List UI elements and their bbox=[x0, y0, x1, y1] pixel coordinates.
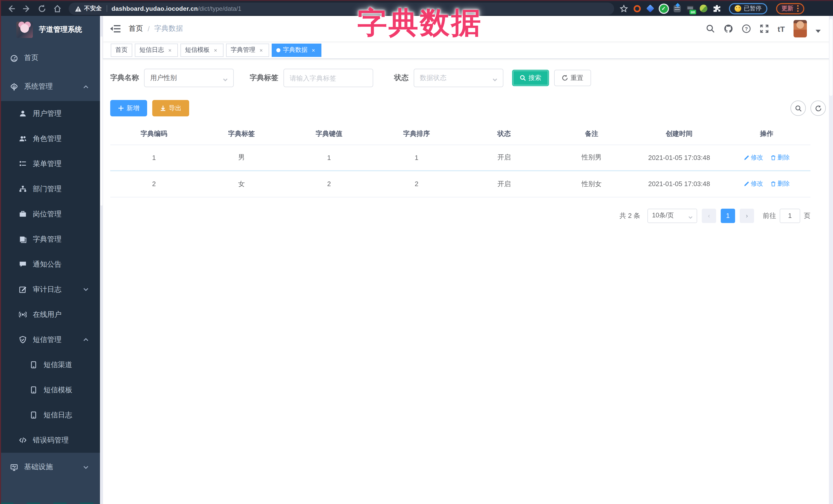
sidebar-item-7[interactable]: 字典管理 bbox=[0, 226, 100, 252]
edit-link[interactable]: 修改 bbox=[743, 180, 763, 188]
sidebar-collapse-icon[interactable] bbox=[110, 25, 120, 33]
breadcrumb-home[interactable]: 首页 bbox=[129, 24, 143, 33]
sidebar-item-0[interactable]: 首页 bbox=[0, 44, 100, 72]
cell-sort: 1 bbox=[373, 145, 460, 171]
close-tab-icon[interactable]: × bbox=[167, 47, 173, 53]
top-navbar: 首页 / 字典数据 ? t bbox=[103, 16, 833, 42]
header-search-icon[interactable] bbox=[706, 24, 715, 33]
extension-leaf-icon[interactable] bbox=[699, 4, 708, 13]
breadcrumb: 首页 / 字典数据 bbox=[129, 24, 183, 33]
app-logo-row[interactable]: 芋道管理系统 bbox=[0, 16, 100, 44]
delete-link[interactable]: 删除 bbox=[770, 180, 790, 188]
sidebar-item-14[interactable]: 短信日志 bbox=[0, 403, 100, 428]
close-tab-icon[interactable]: × bbox=[258, 47, 264, 53]
extensions-puzzle-icon[interactable] bbox=[713, 4, 721, 13]
sidebar-item-13[interactable]: 短信模板 bbox=[0, 377, 100, 403]
dict-label-input-wrap bbox=[284, 69, 373, 87]
refresh-table-icon[interactable] bbox=[810, 100, 826, 116]
tab-4[interactable]: 字典数据× bbox=[272, 43, 322, 57]
cell-remark: 性别女 bbox=[548, 171, 636, 197]
status-select[interactable]: 数据状态 bbox=[414, 69, 503, 87]
table-header-row: 字典编码字典标签字典键值字典排序状态备注创建时间操作 bbox=[110, 123, 810, 145]
font-size-icon[interactable]: tT bbox=[778, 24, 785, 33]
profile-paused-badge[interactable]: 已暂停 bbox=[729, 3, 767, 14]
help-icon[interactable]: ? bbox=[742, 24, 751, 33]
sidebar-item-16[interactable]: 基础设施 bbox=[0, 453, 100, 481]
tab-2[interactable]: 短信模板× bbox=[181, 43, 223, 57]
sidebar-item-5[interactable]: 部门管理 bbox=[0, 176, 100, 201]
user-avatar[interactable] bbox=[793, 20, 807, 38]
edit-square-icon bbox=[19, 286, 27, 293]
sidebar-item-15[interactable]: 错误码管理 bbox=[0, 428, 100, 453]
prev-page-button[interactable]: ‹ bbox=[702, 209, 716, 223]
tab-label: 字典管理 bbox=[231, 46, 255, 54]
code-icon bbox=[19, 436, 27, 444]
search-button[interactable]: 搜索 bbox=[512, 70, 549, 86]
app-window: 芋道管理系统 首页系统管理用户管理角色管理菜单管理部门管理岗位管理字典管理通知公… bbox=[0, 16, 833, 504]
extension-blue-gem-icon[interactable] bbox=[646, 4, 654, 13]
add-button[interactable]: 新增 bbox=[110, 100, 147, 116]
browser-update-button[interactable]: 更新 bbox=[776, 3, 804, 14]
fullscreen-icon[interactable] bbox=[760, 24, 769, 33]
extension-sliders-icon[interactable] bbox=[672, 4, 681, 13]
chevron-up-icon bbox=[83, 84, 89, 90]
tab-3[interactable]: 字典管理× bbox=[226, 43, 269, 57]
sidebar-item-label: 用户管理 bbox=[33, 109, 62, 118]
sidebar-scrollbar[interactable] bbox=[100, 16, 103, 504]
current-page-button[interactable]: 1 bbox=[721, 209, 735, 223]
address-bar[interactable]: 不安全 dashboard.yudao.iocoder.cn /dict/typ… bbox=[69, 2, 614, 15]
edit-link[interactable]: 修改 bbox=[743, 153, 763, 162]
breadcrumb-current: 字典数据 bbox=[154, 24, 183, 33]
close-tab-icon[interactable]: × bbox=[212, 47, 219, 53]
page-scrollbar[interactable] bbox=[829, 16, 833, 504]
status-label: 状态 bbox=[394, 73, 408, 82]
sidebar-item-10[interactable]: 在线用户 bbox=[0, 302, 100, 327]
kebab-menu-icon[interactable] bbox=[797, 8, 799, 9]
goto-label: 前往 bbox=[763, 211, 776, 220]
users-icon bbox=[19, 135, 27, 143]
sidebar-item-1[interactable]: 系统管理 bbox=[0, 72, 100, 101]
extension-orange-ring-icon[interactable] bbox=[633, 4, 641, 13]
table-row[interactable]: 2女22开启性别女2021-01-05 17:03:48修改删除 bbox=[110, 171, 810, 197]
chevron-up-icon bbox=[83, 337, 89, 342]
message-icon bbox=[19, 261, 27, 268]
delete-link[interactable]: 删除 bbox=[770, 153, 790, 162]
goto-page-input[interactable] bbox=[780, 209, 800, 223]
tab-1[interactable]: 短信日志× bbox=[135, 43, 178, 57]
sidebar-item-3[interactable]: 角色管理 bbox=[0, 126, 100, 151]
sidebar-item-4[interactable]: 菜单管理 bbox=[0, 151, 100, 176]
column-header: 字典键值 bbox=[285, 123, 373, 145]
forward-icon[interactable] bbox=[23, 4, 31, 13]
home-icon[interactable] bbox=[53, 4, 62, 13]
tab-label: 首页 bbox=[115, 46, 128, 54]
table-toolbar: 新增 导出 bbox=[110, 100, 826, 116]
dict-label-input[interactable] bbox=[290, 74, 367, 82]
sidebar-item-12[interactable]: 短信渠道 bbox=[0, 352, 100, 377]
sidebar-item-9[interactable]: 审计日志 bbox=[0, 277, 100, 302]
sidebar-item-8[interactable]: 通知公告 bbox=[0, 252, 100, 277]
table-row[interactable]: 1男11开启性别男2021-01-05 17:03:48修改删除 bbox=[110, 145, 810, 171]
export-button[interactable]: 导出 bbox=[152, 100, 189, 116]
page-size-select[interactable]: 10条/页 bbox=[647, 209, 697, 223]
extension-on-switch-icon[interactable]: on bbox=[686, 4, 695, 13]
sidebar-item-6[interactable]: 岗位管理 bbox=[0, 201, 100, 226]
cell-label: 女 bbox=[198, 171, 286, 197]
dict-name-select[interactable]: 用户性别 bbox=[144, 69, 234, 87]
sidebar-item-2[interactable]: 用户管理 bbox=[0, 101, 100, 126]
extension-green-check-icon[interactable]: ✓ bbox=[659, 4, 668, 13]
close-tab-icon[interactable]: × bbox=[310, 47, 317, 53]
tab-0[interactable]: 首页 bbox=[111, 43, 132, 57]
svg-text:?: ? bbox=[745, 26, 748, 31]
back-icon[interactable] bbox=[7, 4, 15, 13]
github-icon[interactable] bbox=[724, 24, 733, 33]
reset-button[interactable]: 重置 bbox=[554, 70, 591, 86]
toggle-search-icon[interactable] bbox=[790, 100, 806, 116]
chevron-down-icon bbox=[83, 464, 89, 470]
tab-label: 短信模板 bbox=[185, 46, 210, 54]
reload-icon[interactable] bbox=[38, 4, 46, 13]
bookmark-star-icon[interactable] bbox=[619, 4, 628, 13]
next-page-button[interactable]: › bbox=[740, 209, 754, 223]
sidebar-item-11[interactable]: 短信管理 bbox=[0, 327, 100, 352]
user-menu-caret-icon[interactable] bbox=[815, 30, 821, 33]
pagination-total: 共 2 条 bbox=[619, 211, 640, 220]
